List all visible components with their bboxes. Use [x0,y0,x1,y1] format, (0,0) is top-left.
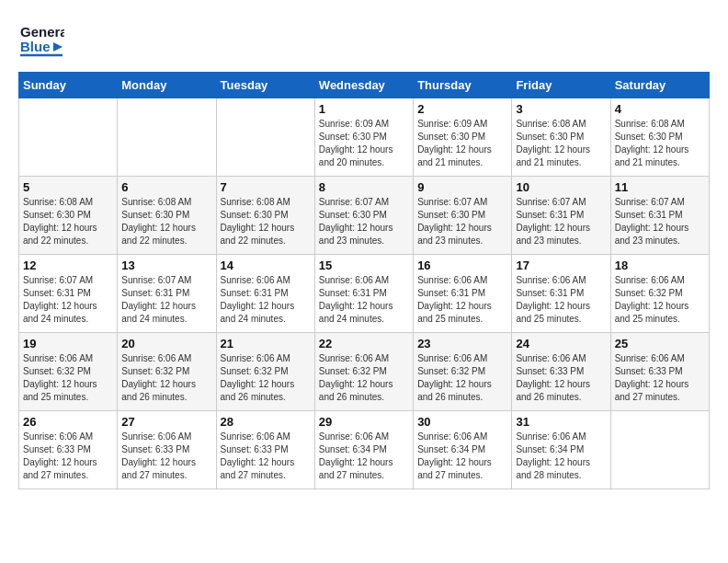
day-cell: 22Sunrise: 6:06 AMSunset: 6:32 PMDayligh… [314,333,413,411]
day-info: Sunrise: 6:06 AMSunset: 6:31 PMDaylight:… [516,274,606,326]
day-cell: 4Sunrise: 6:08 AMSunset: 6:30 PMDaylight… [610,98,709,177]
day-cell: 12Sunrise: 6:07 AMSunset: 6:31 PMDayligh… [19,255,118,333]
day-cell: 31Sunrise: 6:06 AMSunset: 6:34 PMDayligh… [512,411,610,489]
day-number: 17 [516,259,606,272]
day-cell: 20Sunrise: 6:06 AMSunset: 6:32 PMDayligh… [118,333,216,411]
day-number: 31 [516,415,606,429]
day-info: Sunrise: 6:06 AMSunset: 6:34 PMDaylight:… [319,431,409,482]
week-row-5: 26Sunrise: 6:06 AMSunset: 6:33 PMDayligh… [19,411,710,489]
day-info: Sunrise: 6:08 AMSunset: 6:30 PMDaylight:… [516,118,606,169]
day-cell: 19Sunrise: 6:06 AMSunset: 6:32 PMDayligh… [19,333,118,411]
logo-icon: General Blue [18,18,64,59]
day-number: 11 [615,180,705,194]
svg-marker-2 [53,42,63,52]
day-number: 10 [516,180,606,194]
day-info: Sunrise: 6:06 AMSunset: 6:33 PMDaylight:… [615,352,705,404]
day-info: Sunrise: 6:07 AMSunset: 6:30 PMDaylight:… [417,196,507,247]
day-info: Sunrise: 6:06 AMSunset: 6:31 PMDaylight:… [319,274,409,326]
day-number: 14 [221,259,311,272]
day-info: Sunrise: 6:07 AMSunset: 6:31 PMDaylight:… [516,196,606,247]
day-number: 23 [417,337,507,350]
day-info: Sunrise: 6:08 AMSunset: 6:30 PMDaylight:… [23,196,113,247]
day-number: 19 [23,337,113,350]
day-info: Sunrise: 6:06 AMSunset: 6:34 PMDaylight:… [417,431,507,482]
day-cell: 1Sunrise: 6:09 AMSunset: 6:30 PMDaylight… [314,98,413,177]
day-info: Sunrise: 6:06 AMSunset: 6:32 PMDaylight:… [23,352,113,404]
day-number: 13 [121,259,211,272]
day-number: 6 [121,180,211,194]
header-friday: Friday [512,73,610,98]
day-cell: 24Sunrise: 6:06 AMSunset: 6:33 PMDayligh… [512,333,610,411]
day-number: 26 [23,415,113,429]
day-number: 7 [221,180,311,194]
day-number: 24 [516,337,606,350]
week-row-3: 12Sunrise: 6:07 AMSunset: 6:31 PMDayligh… [19,255,710,333]
day-cell: 21Sunrise: 6:06 AMSunset: 6:32 PMDayligh… [216,333,314,411]
day-number: 12 [23,259,113,272]
day-number: 20 [121,337,211,350]
day-number: 16 [417,259,507,272]
day-info: Sunrise: 6:06 AMSunset: 6:32 PMDaylight:… [221,352,311,404]
day-info: Sunrise: 6:09 AMSunset: 6:30 PMDaylight:… [417,118,507,169]
day-cell [19,98,118,177]
day-info: Sunrise: 6:06 AMSunset: 6:33 PMDaylight:… [121,431,211,482]
day-number: 2 [417,102,507,116]
day-number: 21 [221,337,311,350]
day-cell: 29Sunrise: 6:06 AMSunset: 6:34 PMDayligh… [314,411,413,489]
day-info: Sunrise: 6:07 AMSunset: 6:30 PMDaylight:… [319,196,409,247]
day-cell: 10Sunrise: 6:07 AMSunset: 6:31 PMDayligh… [512,177,610,255]
day-cell: 16Sunrise: 6:06 AMSunset: 6:31 PMDayligh… [414,255,512,333]
day-info: Sunrise: 6:06 AMSunset: 6:32 PMDaylight:… [417,352,507,404]
day-cell: 14Sunrise: 6:06 AMSunset: 6:31 PMDayligh… [216,255,314,333]
day-cell: 13Sunrise: 6:07 AMSunset: 6:31 PMDayligh… [118,255,216,333]
day-cell: 6Sunrise: 6:08 AMSunset: 6:30 PMDaylight… [118,177,216,255]
day-cell: 27Sunrise: 6:06 AMSunset: 6:33 PMDayligh… [118,411,216,489]
day-cell: 5Sunrise: 6:08 AMSunset: 6:30 PMDaylight… [19,177,118,255]
day-number: 18 [615,259,705,272]
day-cell: 11Sunrise: 6:07 AMSunset: 6:31 PMDayligh… [610,177,709,255]
header-wednesday: Wednesday [314,73,413,98]
day-cell [216,98,314,177]
day-number: 3 [516,102,606,116]
day-cell [610,411,709,489]
day-info: Sunrise: 6:06 AMSunset: 6:33 PMDaylight:… [221,431,311,482]
day-cell: 9Sunrise: 6:07 AMSunset: 6:30 PMDaylight… [414,177,512,255]
week-row-2: 5Sunrise: 6:08 AMSunset: 6:30 PMDaylight… [19,177,710,255]
svg-text:General: General [20,24,64,40]
day-number: 29 [319,415,409,429]
day-number: 28 [221,415,311,429]
header-sunday: Sunday [19,73,118,98]
day-cell: 25Sunrise: 6:06 AMSunset: 6:33 PMDayligh… [610,333,709,411]
day-number: 22 [319,337,409,350]
day-info: Sunrise: 6:06 AMSunset: 6:33 PMDaylight:… [23,431,113,482]
day-cell: 30Sunrise: 6:06 AMSunset: 6:34 PMDayligh… [414,411,512,489]
day-cell: 28Sunrise: 6:06 AMSunset: 6:33 PMDayligh… [216,411,314,489]
page-header: General Blue [18,18,710,63]
week-row-1: 1Sunrise: 6:09 AMSunset: 6:30 PMDaylight… [19,98,710,177]
day-info: Sunrise: 6:08 AMSunset: 6:30 PMDaylight:… [615,118,705,169]
day-cell: 3Sunrise: 6:08 AMSunset: 6:30 PMDaylight… [512,98,610,177]
day-cell: 17Sunrise: 6:06 AMSunset: 6:31 PMDayligh… [512,255,610,333]
svg-text:Blue: Blue [20,39,51,54]
day-info: Sunrise: 6:07 AMSunset: 6:31 PMDaylight:… [615,196,705,247]
day-cell: 8Sunrise: 6:07 AMSunset: 6:30 PMDaylight… [314,177,413,255]
day-info: Sunrise: 6:06 AMSunset: 6:31 PMDaylight:… [417,274,507,326]
logo: General Blue [18,18,64,63]
day-info: Sunrise: 6:08 AMSunset: 6:30 PMDaylight:… [121,196,211,247]
day-number: 8 [319,180,409,194]
day-cell: 7Sunrise: 6:08 AMSunset: 6:30 PMDaylight… [216,177,314,255]
day-number: 5 [23,180,113,194]
day-info: Sunrise: 6:06 AMSunset: 6:34 PMDaylight:… [516,431,606,482]
day-cell: 2Sunrise: 6:09 AMSunset: 6:30 PMDaylight… [414,98,512,177]
calendar-table: SundayMondayTuesdayWednesdayThursdayFrid… [18,72,710,489]
day-cell [118,98,216,177]
header-saturday: Saturday [610,73,709,98]
day-number: 9 [417,180,507,194]
day-cell: 23Sunrise: 6:06 AMSunset: 6:32 PMDayligh… [414,333,512,411]
header-tuesday: Tuesday [216,73,314,98]
day-number: 30 [417,415,507,429]
day-cell: 18Sunrise: 6:06 AMSunset: 6:32 PMDayligh… [610,255,709,333]
day-info: Sunrise: 6:06 AMSunset: 6:32 PMDaylight:… [319,352,409,404]
day-info: Sunrise: 6:06 AMSunset: 6:32 PMDaylight:… [615,274,705,326]
week-row-4: 19Sunrise: 6:06 AMSunset: 6:32 PMDayligh… [19,333,710,411]
